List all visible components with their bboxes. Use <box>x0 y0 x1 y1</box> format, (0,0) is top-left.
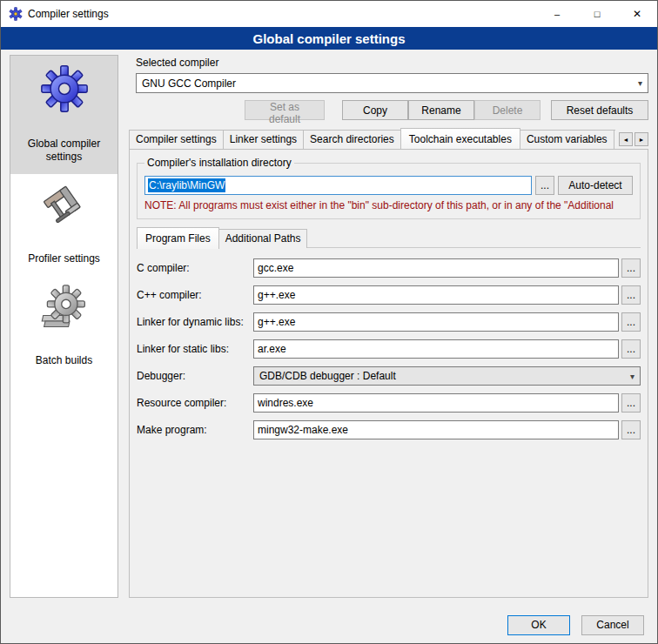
static-linker-input[interactable] <box>253 339 619 359</box>
installation-directory-input[interactable]: C:\raylib\MinGW <box>144 176 532 195</box>
note-text: NOTE: All programs must exist either in … <box>144 199 633 211</box>
field-row-cpp-compiler: C++ compiler: ... <box>137 285 641 305</box>
make-program-label: Make program: <box>137 424 253 436</box>
set-as-default-button: Set as default <box>245 100 325 120</box>
tab-program-files[interactable]: Program Files <box>137 227 219 249</box>
dialog-footer: OK Cancel <box>1 607 657 643</box>
minimize-button[interactable]: – <box>537 1 577 27</box>
chevron-down-icon: ▾ <box>630 372 634 381</box>
tab-scroll-right-icon[interactable]: ► <box>634 132 648 146</box>
installation-directory-value: C:\raylib\MinGW <box>148 178 225 192</box>
field-row-dynamic-linker: Linker for dynamic libs: ... <box>137 312 641 332</box>
field-row-c-compiler: C compiler: ... <box>137 258 641 278</box>
tab-search-directories[interactable]: Search directories <box>303 130 401 149</box>
tab-scroll-left-icon[interactable]: ◄ <box>619 132 633 146</box>
copy-button[interactable]: Copy <box>342 100 408 120</box>
delete-button: Delete <box>474 100 540 120</box>
chevron-down-icon: ▾ <box>638 78 642 88</box>
field-row-make-program: Make program: ... <box>137 420 641 439</box>
cpp-compiler-label: C++ compiler: <box>137 289 253 301</box>
field-row-static-linker: Linker for static libs: ... <box>137 339 641 359</box>
settings-tabstrip: Compiler settings Linker settings Search… <box>129 129 648 149</box>
c-compiler-label: C compiler: <box>137 262 253 274</box>
dynamic-linker-label: Linker for dynamic libs: <box>137 316 253 328</box>
browse-button[interactable]: ... <box>621 258 641 278</box>
browse-directory-button[interactable]: ... <box>535 176 554 195</box>
sidebar-item-label: Global compiler settings <box>14 138 114 164</box>
browse-button[interactable]: ... <box>621 393 641 413</box>
browse-button[interactable]: ... <box>621 312 641 332</box>
installation-directory-group-title: Compiler's installation directory <box>144 157 294 169</box>
resource-compiler-label: Resource compiler: <box>137 397 253 409</box>
browse-button[interactable]: ... <box>621 420 641 439</box>
program-files-pane: C compiler: ... C++ compiler: ... Linker… <box>137 247 641 439</box>
titlebar: Compiler settings – □ ✕ <box>1 1 657 27</box>
cancel-button[interactable]: Cancel <box>581 615 644 635</box>
tab-toolchain-executables[interactable]: Toolchain executables <box>400 128 520 149</box>
selected-compiler-label: Selected compiler <box>136 57 648 69</box>
sidebar-item-batch-builds[interactable]: Batch builds <box>10 276 118 378</box>
blue-gear-icon <box>40 64 89 113</box>
sidebar-item-global-compiler-settings[interactable]: Global compiler settings <box>10 56 118 174</box>
close-button[interactable]: ✕ <box>617 1 657 27</box>
program-tabstrip: Program Files Additional Paths <box>137 228 641 248</box>
dynamic-linker-input[interactable] <box>253 312 619 332</box>
settings-category-list: Global compiler settings Profiler se <box>10 55 118 598</box>
field-row-debugger: Debugger: GDB/CDB debugger : Default ▾ <box>137 366 641 386</box>
window-title: Compiler settings <box>28 8 537 20</box>
compiler-select[interactable]: GNU GCC Compiler ▾ <box>136 73 648 93</box>
tab-compiler-settings[interactable]: Compiler settings <box>129 130 224 149</box>
rename-button[interactable]: Rename <box>408 100 474 120</box>
sidebar-item-profiler-settings[interactable]: Profiler settings <box>10 174 118 276</box>
sidebar-item-label: Profiler settings <box>28 252 100 265</box>
tab-additional-paths[interactable]: Additional Paths <box>218 229 308 248</box>
browse-button[interactable]: ... <box>621 285 641 305</box>
debugger-select[interactable]: GDB/CDB debugger : Default ▾ <box>253 366 641 386</box>
static-linker-label: Linker for static libs: <box>137 343 253 355</box>
browse-button[interactable]: ... <box>621 339 641 359</box>
tab-linker-settings[interactable]: Linker settings <box>223 130 304 149</box>
grey-gear-icon <box>40 285 89 333</box>
ok-button[interactable]: OK <box>507 615 570 635</box>
toolchain-executables-pane: Compiler's installation directory C:\ray… <box>129 149 648 598</box>
make-program-input[interactable] <box>253 420 619 439</box>
compiler-settings-window: Compiler settings – □ ✕ Global compiler … <box>0 0 658 644</box>
cpp-compiler-input[interactable] <box>253 285 619 305</box>
page-title: Global compiler settings <box>1 27 657 50</box>
debugger-label: Debugger: <box>137 370 253 382</box>
tab-custom-variables[interactable]: Custom variables <box>520 130 614 149</box>
c-compiler-input[interactable] <box>253 258 619 278</box>
resource-compiler-input[interactable] <box>253 393 619 413</box>
tab-build-options[interactable]: Buil <box>614 130 615 149</box>
clamp-tool-icon <box>40 183 89 231</box>
maximize-button[interactable]: □ <box>577 1 617 27</box>
auto-detect-button[interactable]: Auto-detect <box>558 176 633 195</box>
reset-defaults-button[interactable]: Reset defaults <box>551 100 648 120</box>
installation-directory-group: Compiler's installation directory C:\ray… <box>137 157 641 219</box>
app-icon[interactable] <box>9 7 23 21</box>
field-row-resource-compiler: Resource compiler: ... <box>137 393 641 413</box>
sidebar-item-label: Batch builds <box>36 354 92 367</box>
